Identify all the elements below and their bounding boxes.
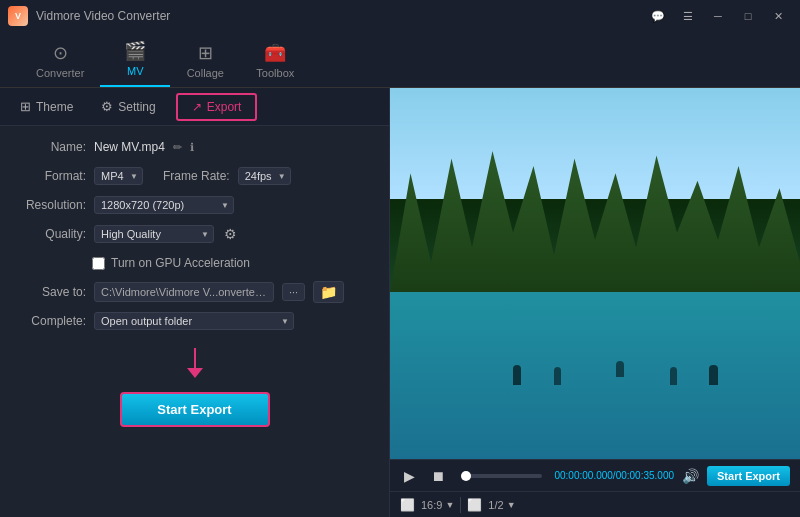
maximize-button[interactable]: □	[734, 5, 762, 27]
divider	[460, 497, 461, 513]
complete-select-wrapper: Open output folder	[94, 312, 294, 330]
complete-select[interactable]: Open output folder	[94, 312, 294, 330]
close-button[interactable]: ✕	[764, 5, 792, 27]
complete-row: Complete: Open output folder	[14, 310, 375, 332]
settings-form: Name: New MV.mp4 ✏ ℹ Format: MP4 Frame R…	[0, 126, 389, 342]
framerate-select-wrapper: 24fps	[238, 167, 291, 185]
theme-icon: ⊞	[20, 99, 31, 114]
framerate-select[interactable]: 24fps	[238, 167, 291, 185]
video-controls: ▶ ⏹ 00:00:00.000/00:00:35.000 🔊 Start Ex…	[390, 459, 800, 491]
quality-select-wrapper: High Quality	[94, 225, 214, 243]
quality-label: Quality:	[14, 227, 86, 241]
setting-icon: ⚙	[101, 99, 113, 114]
time-display: 00:00:00.000/00:00:35.000	[554, 470, 674, 481]
arrow-indicator	[0, 348, 389, 378]
app-logo: V	[8, 6, 28, 26]
chat-button[interactable]: 💬	[644, 5, 672, 27]
ratio-select[interactable]: 16:9 ▼	[421, 499, 454, 511]
format-select[interactable]: MP4	[94, 167, 143, 185]
nav-tabs: ⊙ Converter 🎬 MV ⊞ Collage 🧰 Toolbox	[0, 32, 800, 88]
gpu-checkbox[interactable]	[92, 257, 105, 270]
saveto-label: Save to:	[14, 285, 86, 299]
resolution-select[interactable]: 1280x720 (720p)	[94, 196, 234, 214]
tab-toolbox[interactable]: 🧰 Toolbox	[240, 36, 310, 87]
titlebar: V Vidmore Video Converter 💬 ☰ ─ □ ✕	[0, 0, 800, 32]
name-info-icon[interactable]: ℹ	[190, 141, 194, 154]
progress-dot	[461, 471, 471, 481]
start-export-small-button[interactable]: Start Export	[707, 466, 790, 486]
format-select-wrapper: MP4	[94, 167, 143, 185]
video-controls-row2: ⬜ 16:9 ▼ ⬜ 1/2 ▼	[390, 491, 800, 517]
name-label: Name:	[14, 140, 86, 154]
right-panel: ▶ ⏹ 00:00:00.000/00:00:35.000 🔊 Start Ex…	[390, 88, 800, 517]
sub-tabs: ⊞ Theme ⚙ Setting ↗ Export	[0, 88, 389, 126]
mv-icon: 🎬	[124, 40, 146, 62]
left-panel: ⊞ Theme ⚙ Setting ↗ Export Name: New MV.…	[0, 88, 390, 517]
video-preview	[390, 88, 800, 459]
titlebar-controls: 💬 ☰ ─ □ ✕	[644, 5, 792, 27]
saveto-more-button[interactable]: ···	[282, 283, 305, 301]
tab-mv[interactable]: 🎬 MV	[100, 34, 170, 87]
video-placeholder	[390, 88, 800, 459]
ratio-icon: ⬜	[400, 498, 415, 512]
name-row: Name: New MV.mp4 ✏ ℹ	[14, 136, 375, 158]
ratio-chevron-icon: ▼	[445, 500, 454, 510]
start-export-button[interactable]: Start Export	[120, 392, 270, 427]
page-chevron-icon: ▼	[507, 500, 516, 510]
saveto-row: Save to: C:\Vidmore\Vidmore V...onverter…	[14, 281, 375, 303]
app-title: Vidmore Video Converter	[36, 9, 644, 23]
format-row: Format: MP4 Frame Rate: 24fps	[14, 165, 375, 187]
tab-converter[interactable]: ⊙ Converter	[20, 36, 100, 87]
quality-row: Quality: High Quality ⚙	[14, 223, 375, 245]
play-button[interactable]: ▶	[400, 466, 419, 486]
gpu-row: Turn on GPU Acceleration	[14, 252, 375, 274]
page-select[interactable]: 1/2 ▼	[488, 499, 515, 511]
stop-button[interactable]: ⏹	[427, 466, 449, 486]
minimize-button[interactable]: ─	[704, 5, 732, 27]
gpu-label: Turn on GPU Acceleration	[111, 256, 250, 270]
tab-collage[interactable]: ⊞ Collage	[170, 36, 240, 87]
name-edit-icon[interactable]: ✏	[173, 141, 182, 154]
saveto-folder-button[interactable]: 📁	[313, 281, 344, 303]
quality-gear-button[interactable]: ⚙	[222, 224, 239, 244]
sub-tab-theme[interactable]: ⊞ Theme	[8, 94, 85, 119]
converter-icon: ⊙	[53, 42, 68, 64]
resolution-row: Resolution: 1280x720 (720p)	[14, 194, 375, 216]
collage-icon: ⊞	[198, 42, 213, 64]
name-value: New MV.mp4	[94, 140, 165, 154]
page-icon: ⬜	[467, 498, 482, 512]
pool-water-bg	[390, 292, 800, 459]
saveto-path: C:\Vidmore\Vidmore V...onverter\MV Expor…	[94, 282, 274, 302]
export-arrow-icon: ↗	[192, 100, 202, 114]
quality-select[interactable]: High Quality	[94, 225, 214, 243]
volume-icon[interactable]: 🔊	[682, 468, 699, 484]
complete-label: Complete:	[14, 314, 86, 328]
toolbox-icon: 🧰	[264, 42, 286, 64]
sub-tab-export[interactable]: ↗ Export	[176, 93, 258, 121]
framerate-label: Frame Rate:	[163, 169, 230, 183]
format-label: Format:	[14, 169, 86, 183]
menu-button[interactable]: ☰	[674, 5, 702, 27]
resolution-label: Resolution:	[14, 198, 86, 212]
main-content: ⊞ Theme ⚙ Setting ↗ Export Name: New MV.…	[0, 88, 800, 517]
resolution-select-wrapper: 1280x720 (720p)	[94, 196, 234, 214]
sub-tab-setting[interactable]: ⚙ Setting	[89, 94, 167, 119]
progress-bar[interactable]	[461, 474, 542, 478]
